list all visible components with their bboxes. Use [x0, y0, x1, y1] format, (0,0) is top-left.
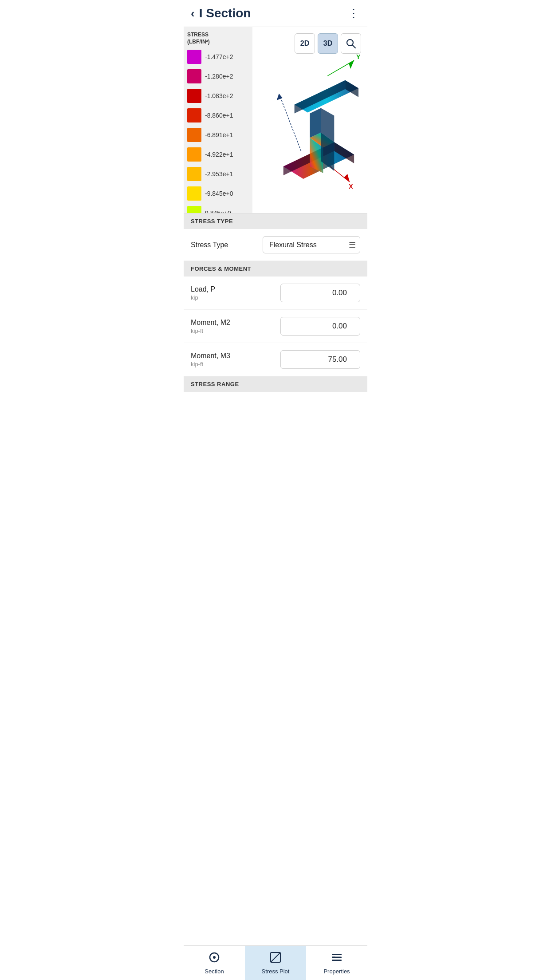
search-button[interactable]: [341, 33, 361, 54]
view-controls: 2D 3D: [295, 33, 361, 54]
legend-value-3: -8.860e+1: [205, 112, 233, 119]
moment-m3-input[interactable]: [280, 350, 360, 369]
load-p-label-group: Load, P kip: [191, 285, 215, 301]
legend-swatch-6: [187, 167, 201, 181]
moment-m2-sublabel: kip-ft: [191, 328, 230, 334]
legend-item-6: -2.953e+1: [187, 167, 249, 181]
legend-value-7: -9.845e+0: [205, 190, 233, 197]
stress-type-header: STRESS TYPE: [184, 213, 367, 229]
stress-type-label: Stress Type: [191, 241, 228, 249]
legend-value-8: 9.845e+0: [205, 209, 231, 213]
3d-view-area[interactable]: 2D 3D Y X: [252, 27, 367, 213]
svg-line-2: [279, 94, 301, 151]
3d-button[interactable]: 3D: [318, 33, 338, 54]
back-button[interactable]: ‹: [191, 7, 195, 20]
moment-m2-label-group: Moment, M2 kip-ft: [191, 319, 230, 334]
stress-range-header: STRESS RANGE: [184, 376, 367, 392]
legend-item-2: -1.083e+2: [187, 89, 249, 103]
moment-m3-sublabel: kip-ft: [191, 361, 230, 368]
moment-m2-input[interactable]: [280, 317, 360, 336]
legend-item-3: -8.860e+1: [187, 108, 249, 122]
legend-value-2: -1.083e+2: [205, 92, 233, 99]
stress-type-row: Stress Type Flexural Stress Axial Stress…: [184, 229, 367, 261]
legend-item-0: -1.477e+2: [187, 50, 249, 64]
search-icon: [345, 38, 357, 49]
legend-swatch-8: [187, 206, 201, 213]
legend-value-0: -1.477e+2: [205, 53, 233, 60]
moment-m3-label: Moment, M3: [191, 352, 230, 360]
legend-value-5: -4.922e+1: [205, 151, 233, 158]
load-p-label: Load, P: [191, 285, 215, 293]
more-button[interactable]: ⋮: [348, 7, 360, 20]
load-p-sublabel: kip: [191, 294, 215, 301]
stress-type-select[interactable]: Flexural Stress Axial Stress Combined St…: [263, 236, 360, 253]
moment-m3-label-group: Moment, M3 kip-ft: [191, 352, 230, 368]
load-p-row: Load, P kip: [184, 277, 367, 310]
legend-swatch-1: [187, 69, 201, 83]
svg-marker-18: [345, 80, 358, 97]
header-left: ‹ I Section: [191, 6, 251, 20]
svg-text:X: X: [349, 183, 353, 190]
legend-swatch-0: [187, 50, 201, 64]
2d-button[interactable]: 2D: [295, 33, 315, 54]
moment-m2-row: Moment, M2 kip-ft: [184, 310, 367, 343]
legend-swatch-4: [187, 128, 201, 142]
legend-item-5: -4.922e+1: [187, 147, 249, 162]
legend-value-4: -6.891e+1: [205, 131, 233, 138]
legend-panel: STRESS(LBF/IN²) -1.477e+2 -1.280e+2 -1.0…: [184, 27, 252, 213]
moment-m2-label: Moment, M2: [191, 319, 230, 327]
legend-value-6: -2.953e+1: [205, 170, 233, 178]
legend-title: STRESS(LBF/IN²): [187, 32, 249, 45]
visualization-container: STRESS(LBF/IN²) -1.477e+2 -1.280e+2 -1.0…: [184, 27, 367, 213]
legend-swatch-3: [187, 108, 201, 122]
legend-value-1: -1.280e+2: [205, 73, 233, 80]
legend-swatch-5: [187, 147, 201, 162]
legend-item-7: -9.845e+0: [187, 186, 249, 201]
moment-m3-row: Moment, M3 kip-ft: [184, 343, 367, 376]
page-title: I Section: [199, 6, 251, 20]
app-header: ‹ I Section ⋮: [184, 0, 367, 27]
legend-item-8: 9.845e+0: [187, 206, 249, 213]
3d-isection-svg: Y X: [252, 27, 367, 213]
stress-type-select-wrapper[interactable]: Flexural Stress Axial Stress Combined St…: [263, 236, 360, 253]
svg-marker-8: [344, 174, 350, 182]
legend-swatch-7: [187, 186, 201, 201]
svg-marker-3: [277, 94, 283, 100]
legend-swatch-2: [187, 89, 201, 103]
svg-line-1: [353, 45, 356, 48]
svg-line-4: [327, 60, 354, 76]
forces-section-header: FORCES & MOMENT: [184, 261, 367, 277]
legend-item-1: -1.280e+2: [187, 69, 249, 83]
load-p-input[interactable]: [280, 284, 360, 302]
stress-range-section: STRESS RANGE: [184, 376, 367, 392]
legend-item-4: -6.891e+1: [187, 128, 249, 142]
svg-text:Y: Y: [356, 53, 361, 60]
